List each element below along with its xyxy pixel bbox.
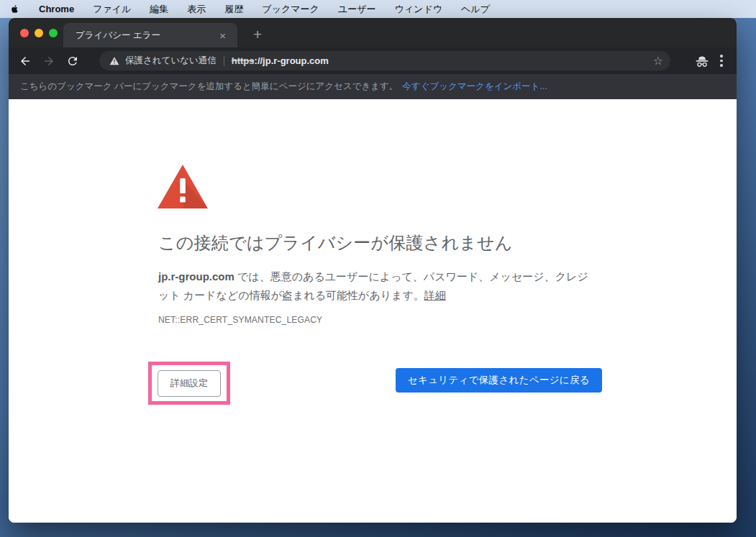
menu-item-help[interactable]: ヘルプ [461, 3, 490, 16]
back-icon[interactable] [18, 54, 32, 68]
menu-item-users[interactable]: ユーザー [338, 3, 376, 16]
security-chip-label[interactable]: 保護されていない通信 [125, 55, 217, 67]
url-host: ://jp.r-group.com [255, 55, 329, 66]
not-secure-warning-icon [109, 56, 119, 66]
ssl-warning-triangle-icon [157, 164, 209, 210]
toolbar: 保護されていない通信 https://jp.r-group.com ☆ [9, 47, 737, 74]
omnibox-divider [224, 56, 224, 66]
menu-item-file[interactable]: ファイル [93, 3, 131, 16]
error-description: jp.r-group.com では、悪意のあるユーザーによって、パスワード、メッ… [158, 267, 596, 305]
tab-privacy-error[interactable]: プライバシー エラー × [63, 23, 237, 47]
menu-item-view[interactable]: 表示 [187, 3, 206, 16]
error-domain: jp.r-group.com [158, 270, 234, 283]
tab-title: プライバシー エラー [76, 29, 217, 42]
menu-item-window[interactable]: ウィンドウ [394, 3, 442, 16]
close-window-button[interactable] [20, 29, 29, 37]
address-bar[interactable]: 保護されていない通信 https://jp.r-group.com ☆ [99, 51, 670, 70]
new-tab-button[interactable]: + [247, 24, 268, 45]
learn-more-link[interactable]: 詳細 [424, 289, 446, 301]
browser-window: プライバシー エラー × + 保護されていない通信 https://jp.r-g… [9, 18, 737, 523]
advanced-button[interactable]: 詳細設定 [158, 370, 221, 397]
menu-item-edit[interactable]: 編集 [150, 3, 168, 16]
import-bookmarks-link[interactable]: 今すぐブックマークをインポート... [402, 81, 547, 93]
tab-close-icon[interactable]: × [217, 29, 229, 42]
apple-logo-icon[interactable] [10, 4, 20, 14]
menu-item-chrome[interactable]: Chrome [39, 4, 74, 14]
tab-strip: プライバシー エラー × + [9, 18, 737, 47]
error-code: NET::ERR_CERT_SYMANTEC_LEGACY [158, 315, 322, 325]
url-scheme-struck: https [232, 55, 255, 66]
bookmarks-bar: こちらのブックマーク バーにブックマークを追加すると簡単にページにアクセスできま… [9, 74, 737, 99]
minimize-window-button[interactable] [35, 29, 43, 37]
error-title: この接続ではプライバシーが保護されません [158, 231, 604, 254]
menu-item-bookmarks[interactable]: ブックマーク [262, 3, 319, 16]
reload-icon[interactable] [65, 54, 80, 68]
menu-item-history[interactable]: 履歴 [224, 3, 243, 16]
macos-menu-bar: Chrome ファイル 編集 表示 履歴 ブックマーク ユーザー ウィンドウ ヘ… [0, 0, 756, 18]
bookmarks-bar-message: こちらのブックマーク バーにブックマークを追加すると簡単にページにアクセスできま… [20, 81, 398, 93]
bookmark-star-icon[interactable]: ☆ [653, 55, 663, 67]
error-page: この接続ではプライバシーが保護されません jp.r-group.com では、悪… [9, 99, 737, 523]
annotation-highlight-box: 詳細設定 [148, 362, 230, 405]
window-controls [20, 29, 58, 37]
chrome-menu-icon[interactable] [715, 53, 728, 68]
back-to-safety-button[interactable]: セキュリティで保護されたページに戻る [396, 368, 602, 393]
zoom-window-button[interactable] [49, 29, 58, 37]
incognito-icon [693, 52, 711, 70]
forward-icon[interactable] [42, 54, 56, 68]
url-text: https://jp.r-group.com [232, 55, 329, 66]
